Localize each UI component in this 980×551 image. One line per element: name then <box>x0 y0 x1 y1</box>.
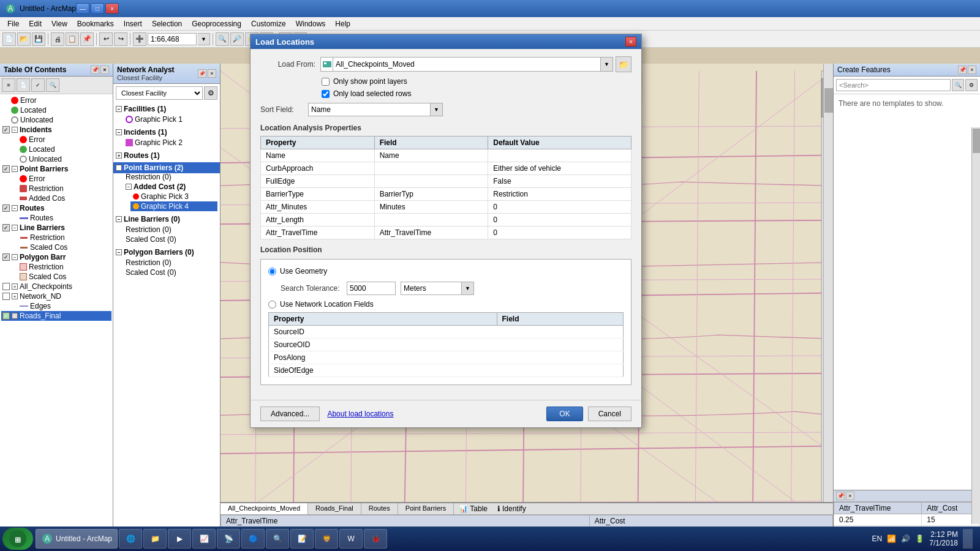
use-geometry-radio[interactable] <box>268 268 276 276</box>
tab-roads[interactable]: Roads_Final <box>308 503 361 514</box>
na-pb-pick4[interactable]: Graphic Pick 4 <box>130 201 217 211</box>
incidents-expand[interactable]: − <box>12 127 18 133</box>
menu-geoprocessing[interactable]: Geoprocessing <box>187 18 246 29</box>
toc-item-pb-addedcost[interactable]: Added Cos <box>18 193 111 203</box>
menu-bookmarks[interactable]: Bookmarks <box>72 18 119 29</box>
taskbar-show-desktop[interactable] <box>963 529 973 549</box>
point-barriers-expand2[interactable]: − <box>116 165 122 171</box>
na-polygon-barriers-header[interactable]: − Polygon Barriers (0) <box>116 247 217 258</box>
point-barriers-check[interactable]: ✓ <box>2 165 10 173</box>
data-close[interactable]: × <box>846 492 854 500</box>
toc-item-polygon-barriers[interactable]: ✓ − Polygon Barr <box>1 252 111 262</box>
line-barriers-check[interactable]: ✓ <box>2 224 10 231</box>
taskbar-app-9[interactable]: 📝 <box>290 529 314 549</box>
na-facilities-header[interactable]: − Facilities (1) <box>116 103 217 114</box>
added-cost-expand[interactable]: − <box>126 184 132 190</box>
network-nd-expand[interactable]: + <box>12 293 18 299</box>
checkpoints-check[interactable] <box>2 283 10 290</box>
na-facility-1[interactable]: Graphic Pick 1 <box>126 114 217 124</box>
load-from-dropdown[interactable]: ▼ <box>600 58 612 71</box>
toc-item-pgb-scaled[interactable]: Scaled Cos <box>18 272 111 282</box>
incidents-check[interactable]: ✓ <box>2 126 10 133</box>
add-data-btn[interactable]: ➕ <box>133 32 146 46</box>
na-pgb-scaled[interactable]: Scaled Cost (0) <box>126 268 217 277</box>
na-pgb-restriction[interactable]: Restriction (0) <box>126 258 217 268</box>
network-nd-check[interactable] <box>2 293 10 300</box>
toc-item-checkpoints[interactable]: + All_Checkpoints <box>1 282 111 291</box>
toc-item-incidents-unlocated[interactable]: Unlocated <box>18 154 111 164</box>
toc-item-pb-error[interactable]: Error <box>18 174 111 184</box>
tab-identify-icon[interactable]: ℹ Identify <box>492 503 531 514</box>
checkpoints-expand[interactable]: + <box>12 283 18 290</box>
toc-item-error[interactable]: Error <box>10 96 111 105</box>
toc-item-unlocated[interactable]: Unlocated <box>10 115 111 125</box>
na-pb-addedcost[interactable]: − Added Cost (2) <box>126 182 217 192</box>
cf-pin[interactable]: 📌 <box>958 66 967 74</box>
toc-item-edges[interactable]: Edges <box>18 301 111 311</box>
toc-item-pb-restriction[interactable]: Restriction <box>18 184 111 193</box>
minimize-btn[interactable]: — <box>76 3 89 14</box>
toc-item-pgb-restriction[interactable]: Restriction <box>18 262 111 272</box>
toc-close[interactable]: × <box>100 66 109 74</box>
taskbar-app-6[interactable]: 📡 <box>217 529 240 549</box>
menu-insert[interactable]: Insert <box>119 18 147 29</box>
toc-item-point-barriers[interactable]: ✓ − Point Barriers <box>1 164 111 174</box>
na-routes-header[interactable]: + Routes (1) <box>116 150 217 161</box>
cf-settings-icon[interactable]: ⚙ <box>965 79 978 91</box>
toc-item-routes-sub[interactable]: Routes <box>18 213 111 223</box>
na-lb-scaled[interactable]: Scaled Cost (0) <box>126 234 217 244</box>
toc-item-incidents-located[interactable]: Located <box>18 144 111 154</box>
menu-windows[interactable]: Windows <box>291 18 331 29</box>
map-vscrollthumb[interactable] <box>824 88 833 113</box>
dialog-close-btn[interactable]: × <box>625 37 636 47</box>
taskbar-app-12[interactable]: 🐞 <box>364 529 387 549</box>
show-point-check[interactable] <box>322 78 330 86</box>
toc-item-network-nd[interactable]: + Network_ND <box>1 291 111 301</box>
toc-item-located[interactable]: Located <box>10 105 111 115</box>
scale-input[interactable]: 1:66,468 <box>148 33 197 45</box>
na-line-barriers-header[interactable]: − Line Barriers (0) <box>116 214 217 225</box>
new-btn[interactable]: 📄 <box>2 32 16 46</box>
cf-search-icon[interactable]: 🔍 <box>952 79 964 91</box>
na-type-select[interactable]: Closest Facility <box>116 86 203 100</box>
menu-file[interactable]: File <box>2 18 24 29</box>
toc-item-lb-scaled[interactable]: Scaled Cos <box>18 242 111 252</box>
cf-search[interactable] <box>836 79 951 91</box>
ok-btn[interactable]: OK <box>546 407 582 421</box>
toc-pin[interactable]: 📌 <box>91 66 99 74</box>
menu-view[interactable]: View <box>47 18 72 29</box>
toc-item-incidents-error[interactable]: Error <box>18 135 111 144</box>
routes-check[interactable]: ✓ <box>2 204 10 212</box>
cancel-btn[interactable]: Cancel <box>588 407 631 421</box>
paste-btn[interactable]: 📌 <box>80 32 94 46</box>
load-from-folder-btn[interactable]: 📁 <box>616 56 631 72</box>
undo-btn[interactable]: ↩ <box>99 32 113 46</box>
use-network-radio[interactable] <box>268 301 276 309</box>
line-barriers-expand[interactable]: − <box>12 225 18 231</box>
scale-dropdown[interactable]: ▼ <box>198 33 210 45</box>
tolerance-input[interactable] <box>347 282 396 295</box>
na-incidents-header[interactable]: − Incidents (1) <box>116 127 217 138</box>
close-btn[interactable]: × <box>105 3 119 14</box>
taskbar-app-3[interactable]: 📁 <box>143 529 167 549</box>
taskbar-app-11[interactable]: W <box>339 529 363 549</box>
menu-customize[interactable]: Customize <box>246 18 291 29</box>
routes-expand[interactable]: − <box>12 205 18 211</box>
load-selected-check[interactable] <box>322 90 330 98</box>
taskbar-app-4[interactable]: ▶ <box>168 529 191 549</box>
taskbar-app-2[interactable]: 🌐 <box>119 529 142 549</box>
sort-field-dropdown[interactable]: ▼ <box>431 103 443 116</box>
taskbar-app-5[interactable]: 📈 <box>192 529 216 549</box>
advanced-btn[interactable]: Advanced... <box>260 407 320 421</box>
na-pin[interactable]: 📌 <box>198 69 206 78</box>
polygon-barriers-check[interactable]: ✓ <box>2 253 10 261</box>
toc-item-incidents[interactable]: ✓ − Incidents <box>1 125 111 135</box>
unit-select[interactable]: Meters <box>401 282 462 295</box>
toc-item-lb-restriction[interactable]: Restriction <box>18 233 111 242</box>
cf-close[interactable]: × <box>968 66 976 74</box>
tab-routes[interactable]: Routes <box>361 503 398 514</box>
na-lb-restriction[interactable]: Restriction (0) <box>126 225 217 234</box>
toc-item-roads-final[interactable]: ✓ − Roads_Final <box>1 311 111 321</box>
na-close[interactable]: × <box>208 69 216 78</box>
line-barriers-expand2[interactable]: − <box>116 216 122 222</box>
